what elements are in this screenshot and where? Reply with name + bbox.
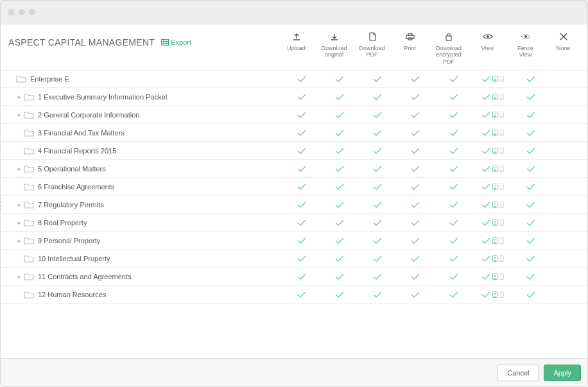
expand-caret-icon[interactable]: ▸: [16, 219, 22, 226]
perm-cell-fence[interactable]: [512, 112, 549, 118]
perm-cell-dlpdf[interactable]: [358, 76, 396, 82]
perm-cell-fence[interactable]: [512, 184, 549, 190]
perm-cell-none[interactable]: [549, 255, 587, 262]
perm-cell-upload[interactable]: [282, 273, 320, 280]
perm-cell-dlenc[interactable]: [434, 255, 474, 262]
perm-cell-dlenc[interactable]: [434, 219, 474, 226]
perm-cell-none[interactable]: [549, 94, 587, 100]
perm-cell-dlpdf[interactable]: [358, 166, 396, 172]
perm-cell-view[interactable]: [474, 94, 512, 100]
perm-cell-dlenc[interactable]: [434, 237, 474, 244]
perm-cell-fence[interactable]: [512, 76, 549, 82]
export-link[interactable]: Export: [161, 39, 191, 46]
perm-cell-print[interactable]: [396, 202, 434, 208]
col-header-view[interactable]: View: [469, 24, 506, 65]
perm-cell-dlorig[interactable]: [320, 291, 358, 298]
perm-cell-fence[interactable]: [512, 237, 549, 244]
perm-cell-fence[interactable]: [512, 94, 549, 100]
perm-cell-fence[interactable]: [512, 202, 549, 208]
col-header-none[interactable]: None: [544, 24, 582, 65]
perm-cell-none[interactable]: [549, 202, 587, 208]
perm-cell-dlorig[interactable]: [320, 184, 358, 190]
perm-cell-none[interactable]: [549, 219, 587, 226]
perm-cell-dlorig[interactable]: [320, 76, 358, 82]
perm-cell-view[interactable]: [474, 255, 512, 262]
expand-caret-icon[interactable]: ▸: [16, 112, 22, 118]
perm-cell-dlorig[interactable]: [320, 112, 358, 118]
perm-cell-dlenc[interactable]: [434, 112, 474, 118]
tree-row[interactable]: ▸1 Executive Summary Information Packet: [1, 88, 587, 106]
perm-cell-print[interactable]: [396, 219, 434, 226]
perm-cell-dlpdf[interactable]: [358, 202, 396, 208]
perm-cell-dlenc[interactable]: [434, 148, 474, 154]
perm-cell-dlpdf[interactable]: [358, 219, 396, 226]
perm-cell-dlenc[interactable]: [434, 202, 474, 208]
perm-cell-fence[interactable]: [512, 291, 549, 298]
col-header-dlpdf[interactable]: DownloadPDF: [353, 24, 391, 65]
perm-cell-view[interactable]: [474, 202, 512, 208]
perm-cell-print[interactable]: [396, 273, 434, 280]
perm-cell-none[interactable]: [549, 291, 587, 298]
drag-handle-icon[interactable]: [0, 198, 3, 211]
col-header-print[interactable]: Print: [391, 24, 429, 65]
perm-cell-view[interactable]: [474, 130, 512, 136]
perm-cell-none[interactable]: [549, 76, 587, 82]
perm-cell-view[interactable]: [474, 291, 512, 298]
perm-cell-none[interactable]: [549, 148, 587, 154]
tree-row[interactable]: Enterprise E: [1, 70, 587, 88]
tree-row[interactable]: 12 Human Resources: [1, 286, 587, 304]
tree-row[interactable]: ▸7 Regulatory Permits: [1, 196, 587, 214]
perm-cell-upload[interactable]: [282, 148, 320, 154]
perm-cell-none[interactable]: [549, 130, 587, 136]
perm-cell-upload[interactable]: [282, 130, 320, 136]
perm-cell-dlenc[interactable]: [434, 166, 474, 172]
perm-cell-print[interactable]: [396, 76, 434, 82]
perm-cell-dlorig[interactable]: [320, 255, 358, 262]
tree-row[interactable]: ▸5 Operational Matters: [1, 160, 587, 178]
expand-caret-icon[interactable]: ▸: [16, 273, 22, 280]
perm-cell-print[interactable]: [396, 148, 434, 154]
expand-caret-icon[interactable]: ▸: [16, 166, 22, 172]
perm-cell-upload[interactable]: [282, 166, 320, 172]
perm-cell-dlpdf[interactable]: [358, 94, 396, 100]
col-header-fence[interactable]: FenceView: [506, 24, 544, 65]
perm-cell-view[interactable]: [474, 166, 512, 172]
perm-cell-dlpdf[interactable]: [358, 291, 396, 298]
perm-cell-dlenc[interactable]: [434, 130, 474, 136]
perm-cell-dlorig[interactable]: [320, 273, 358, 280]
perm-cell-view[interactable]: [474, 237, 512, 244]
tree-row[interactable]: 6 Franchise Agreements: [1, 178, 587, 196]
perm-cell-print[interactable]: [396, 291, 434, 298]
perm-cell-dlenc[interactable]: [434, 291, 474, 298]
perm-cell-upload[interactable]: [282, 184, 320, 190]
perm-cell-dlpdf[interactable]: [358, 237, 396, 244]
perm-cell-upload[interactable]: [282, 219, 320, 226]
perm-cell-fence[interactable]: [512, 255, 549, 262]
perm-cell-upload[interactable]: [282, 112, 320, 118]
perm-cell-dlenc[interactable]: [434, 184, 474, 190]
tree-row[interactable]: 3 Financial And Tax Matters: [1, 124, 587, 142]
perm-cell-view[interactable]: [474, 219, 512, 226]
perm-cell-fence[interactable]: [512, 166, 549, 172]
perm-cell-print[interactable]: [396, 184, 434, 190]
perm-cell-upload[interactable]: [282, 94, 320, 100]
col-header-dlorig[interactable]: Downloadoriginal: [315, 24, 353, 65]
perm-cell-view[interactable]: [474, 112, 512, 118]
perm-cell-upload[interactable]: [282, 291, 320, 298]
perm-cell-dlpdf[interactable]: [358, 273, 396, 280]
traffic-light-close[interactable]: [8, 9, 15, 15]
perm-cell-view[interactable]: [474, 76, 512, 82]
col-header-dlenc[interactable]: DownloadencryptedPDF: [429, 24, 469, 65]
tree-row[interactable]: ▸8 Real Property: [1, 214, 587, 232]
perm-cell-dlpdf[interactable]: [358, 184, 396, 190]
perm-cell-dlpdf[interactable]: [358, 112, 396, 118]
traffic-light-max[interactable]: [29, 9, 35, 15]
perm-cell-upload[interactable]: [282, 237, 320, 244]
perm-cell-upload[interactable]: [282, 202, 320, 208]
perm-cell-dlpdf[interactable]: [358, 148, 396, 154]
traffic-light-min[interactable]: [19, 9, 25, 15]
tree-row[interactable]: 10 Intellectual Property: [1, 250, 587, 268]
perm-cell-none[interactable]: [549, 184, 587, 190]
perm-cell-dlorig[interactable]: [320, 130, 358, 136]
perm-cell-view[interactable]: [474, 273, 512, 280]
